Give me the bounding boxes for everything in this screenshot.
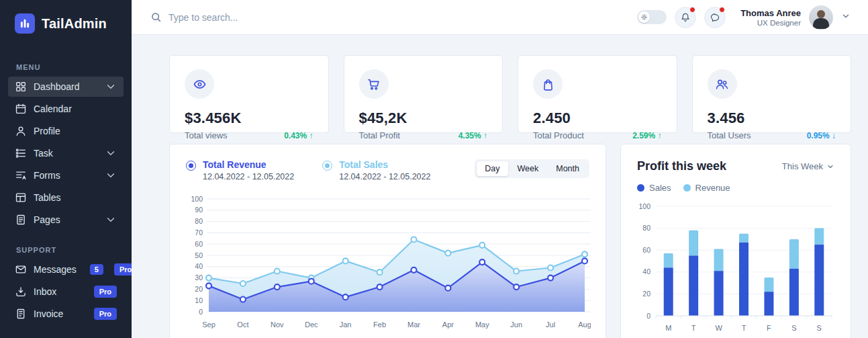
pro-badge: Pro [94,308,117,320]
radio-icon [322,161,332,171]
series-toggle-total-sales[interactable]: Total Sales 12.04.2022 - 12.05.2022 [322,159,430,181]
svg-text:40: 40 [195,262,203,270]
chevron-down-icon [105,147,117,159]
svg-text:Nov: Nov [271,321,284,329]
svg-text:10: 10 [195,296,203,304]
series-period: 12.04.2022 - 12.05.2022 [339,172,430,181]
svg-text:40: 40 [642,267,650,276]
search-icon [150,11,162,23]
calendar-icon [15,103,27,115]
sidebar-nav: MENU Dashboard Calendar Profile Task For… [0,63,132,338]
svg-text:F: F [767,324,771,332]
svg-text:70: 70 [195,228,203,237]
chevron-down-icon [105,81,117,93]
sidebar-item-invoice[interactable]: InvoicePro [8,304,124,324]
legend-item-sales: Sales [637,183,671,193]
sidebar-item-label: Calendar [34,103,72,114]
range-button-day[interactable]: Day [477,161,508,176]
svg-text:100: 100 [638,202,650,210]
chevron-down-icon[interactable] [841,11,851,24]
user-menu[interactable]: Thomas Anree UX Designer [740,8,801,27]
avatar[interactable] [809,5,833,30]
sidebar-item-label: Inbox [34,286,56,297]
stat-delta: 0.43% ↑ [284,131,313,140]
pages-icon [15,214,27,226]
sidebar-item-label: Task [34,148,53,159]
nav-section-label: MENU [16,63,115,71]
invoice-icon [15,308,27,320]
task-icon [15,147,27,159]
series-period: 12.04.2022 - 12.05.2022 [203,172,294,181]
svg-text:0: 0 [199,308,203,316]
svg-text:T: T [742,324,746,332]
sidebar-item-forms[interactable]: Forms [8,165,124,185]
sidebar-item-inbox[interactable]: InboxPro [8,282,124,302]
search-input[interactable] [168,12,370,23]
svg-text:Jul: Jul [546,321,555,329]
sidebar-item-label: Pages [34,214,60,225]
stat-delta: 2.59% ↑ [632,131,661,140]
stats-row: $3.456K Total views 0.43% ↑ $45,2K Total… [169,55,851,133]
chat-icon [710,12,720,23]
app-logo-icon [15,13,35,34]
users-icon [708,69,737,99]
dark-mode-toggle[interactable] [637,10,667,24]
pro-badge: Pro [114,263,132,276]
svg-text:T: T [691,324,696,332]
sidebar: TailAdmin MENU Dashboard Calendar Profil… [0,0,132,338]
svg-text:20: 20 [195,285,203,293]
stat-label: Total Profit [359,130,400,140]
nav-section-label: SUPPORT [16,246,115,254]
series-name: Total Revenue [203,159,294,170]
svg-text:100: 100 [191,195,203,203]
svg-text:30: 30 [195,273,203,282]
revenue-chart-card: Total Revenue 12.04.2022 - 12.05.2022 To… [169,144,606,338]
svg-text:Feb: Feb [373,321,386,329]
stat-card-total-users: 3.456 Total Users 0.95% ↓ [692,55,852,133]
stat-value: 3.456 [708,110,836,127]
sidebar-item-label: Dashboard [34,81,80,92]
stat-label: Total Product [533,130,584,140]
series-toggle-total-revenue[interactable]: Total Revenue 12.04.2022 - 12.05.2022 [186,159,294,181]
svg-text:80: 80 [642,224,650,232]
svg-text:Dec: Dec [305,321,318,329]
table-icon [15,192,27,204]
stat-card-total-views: $3.456K Total views 0.43% ↑ [169,55,329,133]
chevron-down-icon [105,169,117,181]
sidebar-item-tables[interactable]: Tables [8,187,124,208]
sidebar-item-dashboard[interactable]: Dashboard [8,77,124,97]
svg-text:0: 0 [646,312,650,320]
messages-button[interactable] [704,7,726,28]
logo-row[interactable]: TailAdmin [0,0,132,38]
user-role: UX Designer [740,19,801,27]
sidebar-item-pages[interactable]: Pages [8,210,124,230]
svg-text:W: W [715,324,722,332]
range-button-month[interactable]: Month [548,161,587,176]
app-title: TailAdmin [42,16,107,32]
svg-text:Oct: Oct [237,321,248,329]
sidebar-item-task[interactable]: Task [8,143,124,163]
sidebar-item-label: Profile [34,126,60,136]
sidebar-item-label: Forms [34,170,60,181]
sidebar-item-calendar[interactable]: Calendar [8,99,124,119]
app-window: TailAdmin MENU Dashboard Calendar Profil… [0,0,868,338]
message-dot [719,7,725,13]
notifications-button[interactable] [675,7,696,28]
svg-text:Jan: Jan [340,321,352,329]
stat-delta: 0.95% ↓ [807,131,836,140]
svg-text:S: S [817,324,822,332]
legend-item-revenue: Revenue [683,183,730,193]
series-name: Total Sales [339,159,430,170]
stat-label: Total Users [708,130,751,140]
search-box[interactable] [150,11,628,23]
svg-text:20: 20 [642,290,650,298]
range-button-week[interactable]: Week [510,161,547,176]
svg-text:Apr: Apr [442,321,454,329]
sidebar-item-profile[interactable]: Profile [8,121,124,141]
range-toggle-group: DayWeekMonth [475,159,589,178]
stat-delta: 4.35% ↑ [459,131,487,140]
week-select-dropdown[interactable]: This Week [782,161,834,171]
sidebar-item-messages[interactable]: Messages5Pro [8,259,124,280]
stat-value: 2.450 [533,110,662,127]
user-icon [15,125,27,137]
